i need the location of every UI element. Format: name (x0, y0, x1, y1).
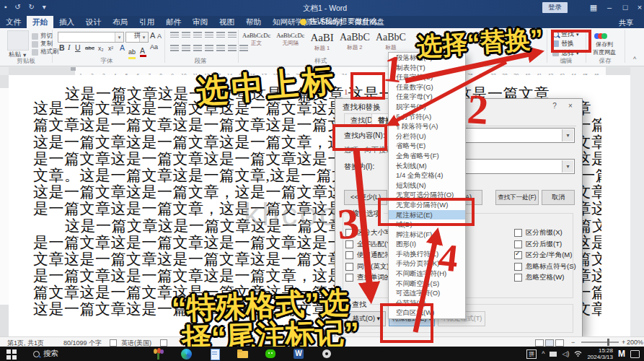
special-format-menu-item[interactable]: § 分节符(A) (389, 112, 465, 122)
align-left-icon[interactable] (170, 45, 179, 51)
special-format-menu-item[interactable]: 短划线(N) (389, 180, 465, 191)
battery-icon[interactable] (550, 352, 557, 357)
change-case-button[interactable]: Aa (150, 43, 158, 51)
numbering-icon[interactable] (182, 32, 190, 38)
search-option-checkbox[interactable]: 忽略标点符号(S) (514, 261, 576, 273)
ime-status-icon[interactable] (160, 339, 167, 347)
zoom-slider-thumb[interactable] (607, 339, 609, 346)
special-format-menu-item[interactable]: 全角省略号(F) (389, 151, 465, 161)
style-item[interactable]: AaBI 标题 1 (310, 32, 334, 52)
login-button[interactable]: 登录 (542, 2, 568, 13)
ribbon-options-icon[interactable]: ▦ (586, 2, 601, 13)
action-center-icon[interactable] (630, 350, 640, 358)
taskbar-search[interactable]: 搜索 (33, 349, 58, 359)
share-button[interactable]: 共享 (619, 18, 633, 28)
font-name-combo[interactable]: ▾ (58, 32, 124, 43)
ribbon-tab[interactable]: 审阅 (187, 16, 213, 28)
italic-button[interactable]: I (68, 43, 71, 51)
zoom-slider-track[interactable] (581, 342, 619, 343)
ribbon-tab[interactable]: 视图 (213, 16, 240, 28)
web-layout-icon[interactable] (555, 339, 564, 347)
search-option-checkbox[interactable]: 区分后缀(T) (514, 239, 576, 251)
multilevel-list-icon[interactable] (193, 32, 202, 38)
search-option-checkbox[interactable]: 区分前缀(X) (514, 227, 576, 239)
vertical-ruler[interactable] (0, 75, 9, 336)
start-button[interactable] (6, 348, 18, 360)
bullets-icon[interactable] (170, 32, 179, 38)
word-app-icon[interactable]: W (293, 348, 305, 360)
line-spacing-icon[interactable] (216, 45, 225, 51)
dialog-help-icon[interactable]: ? (549, 102, 560, 110)
justify-icon[interactable] (205, 45, 213, 51)
settings-gear-icon[interactable] (321, 348, 333, 360)
zoom-level[interactable]: 200% (627, 339, 643, 346)
read-mode-icon[interactable] (535, 339, 544, 347)
special-format-menu-item[interactable]: 任意字母(Y) (389, 92, 465, 102)
paragraph-row1[interactable] (170, 32, 237, 38)
proofing-icon[interactable] (110, 339, 117, 347)
ribbon-tab[interactable]: 邮件 (160, 16, 187, 28)
special-format-menu-item[interactable]: 省略号(E) (389, 141, 465, 151)
ribbon-tab[interactable]: 布局 (107, 16, 133, 28)
special-format-menu-item[interactable]: 脱字号(R) (389, 102, 465, 112)
zoom-in-button[interactable]: + (622, 339, 625, 346)
tray-expand-icon[interactable]: ^ (542, 350, 544, 357)
file-explorer-icon[interactable] (237, 348, 249, 360)
underline-button[interactable]: U (75, 43, 81, 52)
print-layout-icon[interactable] (545, 339, 554, 347)
zoom-out-button[interactable]: − (571, 339, 575, 346)
decrease-indent-icon[interactable] (205, 32, 213, 38)
cancel-button[interactable]: 取消 (542, 190, 575, 205)
special-format-menu-item[interactable]: 分栏符(U) (389, 131, 465, 142)
shading-icon[interactable] (228, 45, 237, 51)
ribbon-tab[interactable]: 设计 (80, 16, 107, 28)
volume-icon[interactable]: ◁) (562, 350, 569, 357)
minimize-button[interactable]: – (601, 2, 617, 13)
tell-me-box[interactable]: 告诉我你想要做什么 (294, 17, 384, 27)
search-option-checkbox[interactable]: 区分全/半角(M) (514, 250, 576, 261)
search-option-checkbox[interactable]: 忽略空格(W) (514, 272, 576, 284)
bold-button[interactable]: B (59, 43, 65, 52)
superscript-button[interactable]: x² (108, 45, 113, 52)
network-icon[interactable] (574, 350, 582, 358)
taskbar-clock[interactable]: 15:282024/3/13 (587, 347, 613, 360)
find-next-button[interactable]: 查找下一处(F) (495, 190, 539, 205)
notepad-icon[interactable] (208, 348, 221, 360)
special-format-menu-item[interactable]: 1/4 全角空格(4) (389, 170, 465, 180)
shrink-font-button[interactable]: A (157, 32, 162, 40)
save-to-baidu-button[interactable]: 保存到百度网盘 (587, 40, 622, 56)
increase-indent-icon[interactable] (216, 32, 225, 38)
photos-tulip-icon[interactable] (152, 348, 164, 360)
font-color-button[interactable]: A (140, 43, 146, 57)
style-item[interactable]: AaBbC 标题 2 (340, 32, 370, 51)
style-item[interactable]: AaBbCcDc 无间隔 (276, 32, 304, 47)
indent-marker[interactable] (71, 67, 76, 71)
style-item[interactable]: AaBbCcDc 正文 (242, 32, 270, 47)
ribbon-tab[interactable]: 文件 (0, 16, 27, 28)
close-button[interactable]: × (632, 2, 644, 13)
wechat-icon[interactable] (265, 348, 277, 360)
align-right-icon[interactable] (193, 45, 202, 51)
paragraph-row2[interactable] (170, 45, 248, 51)
strikethrough-button[interactable]: abc (85, 45, 94, 51)
highlight-button[interactable]: ab (128, 44, 136, 51)
ribbon-tab[interactable]: 插入 (53, 16, 80, 28)
phonetic-guide-button[interactable]: 拼 (134, 31, 141, 40)
maximize-button[interactable]: □ (617, 2, 633, 13)
ribbon-tab[interactable]: 引用 (133, 16, 160, 28)
ime-mode-icon[interactable]: 拼 (526, 349, 537, 359)
edge-browser-icon[interactable] (180, 348, 193, 360)
format-painter-button[interactable]: 格式刷 (32, 48, 59, 56)
subscript-button[interactable]: x₂ (98, 45, 104, 52)
special-format-menu-item[interactable]: 可选连字符(O) (389, 288, 465, 298)
ribbon-tab[interactable]: 帮助 (240, 16, 267, 28)
grow-font-button[interactable]: A (150, 31, 155, 40)
ribbon-tab[interactable]: 开始 (27, 16, 53, 28)
dialog-close-icon[interactable]: × (565, 102, 576, 110)
special-format-menu-item[interactable]: 长划线(M) (389, 161, 465, 171)
text-effects-button[interactable]: A (120, 43, 125, 52)
im-badge[interactable]: M (618, 349, 625, 359)
special-format-menu-item[interactable]: ¶ 段落符号(A) (389, 121, 465, 131)
quick-access-toolbar[interactable]: ▪ ↺ ↻ ▾ (4, 3, 49, 11)
collapse-ribbon-button[interactable]: ^ (633, 56, 636, 63)
